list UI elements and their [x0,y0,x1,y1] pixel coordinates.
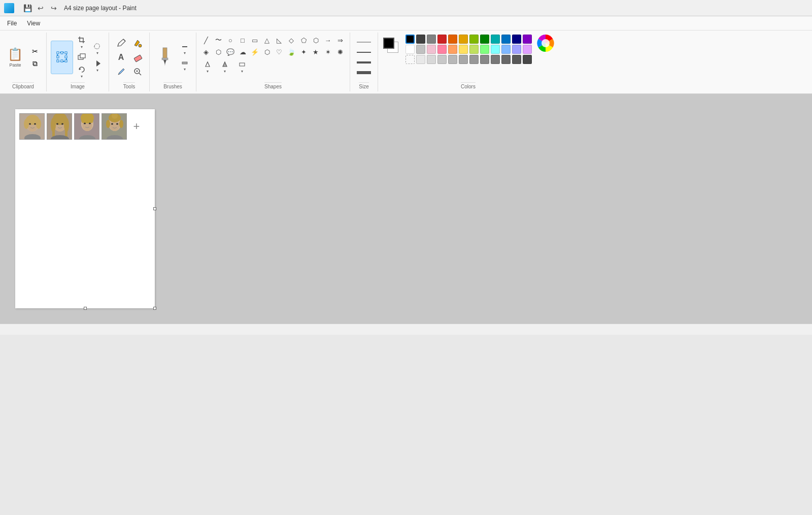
color-sky-blue[interactable] [501,45,511,54]
color-gray4[interactable] [448,55,457,64]
main-canvas[interactable]: + [15,109,155,308]
size-4-button[interactable] [354,69,374,76]
color-black[interactable] [405,35,415,44]
color-gray10[interactable] [512,55,521,64]
color-transparent[interactable] [405,55,415,64]
star5-tool[interactable]: ★ [310,46,321,57]
color-gray3[interactable] [437,55,447,64]
size-3-button[interactable] [354,59,374,66]
star6-tool[interactable]: ✶ [322,46,333,57]
arrow-tool[interactable]: → [322,35,333,46]
cloud-tool[interactable]: ☁ [237,46,248,57]
size-shape-button[interactable]: ▾ [235,59,249,75]
add-photo-button[interactable]: + [129,119,144,134]
pencil-button[interactable] [114,37,129,50]
color-light-gray[interactable] [416,45,425,54]
resize-handle-bottom[interactable] [84,307,87,310]
brush-style-button[interactable]: ▾ [178,42,192,57]
color-gray2[interactable] [427,55,436,64]
eraser-button[interactable] [130,51,145,64]
rounded-rect-tool[interactable]: ▭ [249,35,260,46]
curve-tool[interactable]: 〜 [213,35,224,46]
color-gray9[interactable] [501,55,511,64]
color-pink-light[interactable] [427,45,436,54]
color-wheel-icon[interactable] [537,35,554,52]
thumbnail-2[interactable] [47,113,72,140]
select-rectangle-button[interactable] [51,41,73,74]
color-gray7[interactable] [480,55,489,64]
undo-button[interactable]: ↩ [35,2,47,14]
color-navy[interactable] [512,35,521,44]
color-gray1[interactable] [416,55,425,64]
color-lime[interactable] [469,45,479,54]
color-purple[interactable] [523,35,532,44]
color-green[interactable] [480,35,489,44]
flow-tool[interactable]: ⬡ [261,46,273,57]
rotate-button[interactable]: ▾ [75,64,89,80]
color-yellow[interactable] [459,45,468,54]
resize-button[interactable] [75,52,89,63]
color-peach[interactable] [448,45,457,54]
burst-tool[interactable]: ✺ [334,46,346,57]
paste-button[interactable]: 📋 Paste [4,41,26,74]
color-gray[interactable] [427,35,436,44]
color-gray11[interactable] [523,55,532,64]
diamond2-tool[interactable]: ◈ [200,46,212,57]
color-lavender[interactable] [523,45,532,54]
thumbnail-1[interactable] [19,113,45,140]
menu-file[interactable]: File [2,19,22,28]
color-gray8[interactable] [491,55,500,64]
color-gray5[interactable] [459,55,468,64]
color-white[interactable] [405,45,415,54]
leaf-tool[interactable]: 🍃 [286,46,297,57]
color-dark-gray[interactable] [416,35,425,44]
color-red[interactable] [437,35,447,44]
lightning-tool[interactable]: ⚡ [249,46,260,57]
diamond-tool[interactable]: ◇ [286,35,297,46]
select-freeform-button[interactable]: ▾ [90,41,105,57]
size-1-button[interactable] [354,39,374,46]
hex-tool[interactable]: ⬡ [310,35,321,46]
cut-button[interactable]: ✂ [28,46,42,57]
color-cyan[interactable] [491,45,500,54]
copy-button[interactable]: ⧉ [28,58,42,70]
color-teal[interactable] [491,35,500,44]
resize-handle-corner[interactable] [153,307,156,310]
thumbnail-3[interactable] [74,113,99,140]
star4-tool[interactable]: ✦ [298,46,309,57]
color-pink[interactable] [437,45,447,54]
color-periwinkle[interactable] [512,45,521,54]
pentagon-tool[interactable]: ⬠ [298,35,309,46]
fill-button[interactable] [130,37,145,50]
redo-button[interactable]: ↪ [48,2,60,14]
heart-tool[interactable]: ♡ [274,46,285,57]
tri-right-tool[interactable]: ◺ [274,35,285,46]
zoom-button[interactable] [130,65,145,78]
save-button[interactable]: 💾 [21,2,33,14]
brushes-large-button[interactable] [154,41,176,74]
outline-button[interactable]: ▾ [200,59,215,75]
line-tool[interactable]: ╱ [200,35,212,46]
color-blue[interactable] [501,35,511,44]
triangle-tool[interactable]: △ [261,35,273,46]
arrow-right-tool[interactable]: ⇒ [334,35,346,46]
color1-swatch[interactable] [383,38,394,49]
brush-opacity-button[interactable]: ▾ [178,58,192,73]
octagon-tool[interactable]: ⬡ [213,46,224,57]
select-all-button[interactable]: ▾ [90,58,105,74]
oval-tool[interactable]: ○ [225,35,236,46]
text-button[interactable]: A [114,51,129,64]
color-yellow-green[interactable] [469,35,479,44]
resize-handle-right[interactable] [153,207,156,210]
rect-tool[interactable]: □ [237,35,248,46]
callout-tool[interactable]: 💬 [225,46,236,57]
crop-button[interactable]: ▾ [75,35,89,51]
color-gray6[interactable] [469,55,479,64]
color-light-green[interactable] [480,45,489,54]
thumbnail-4[interactable] [101,113,127,140]
size-2-button[interactable] [354,49,374,56]
fill-shape-button[interactable]: ▾ [218,59,232,75]
color-orange[interactable] [459,35,468,44]
color-orange-red[interactable] [448,35,457,44]
color-picker-button[interactable] [114,65,129,78]
